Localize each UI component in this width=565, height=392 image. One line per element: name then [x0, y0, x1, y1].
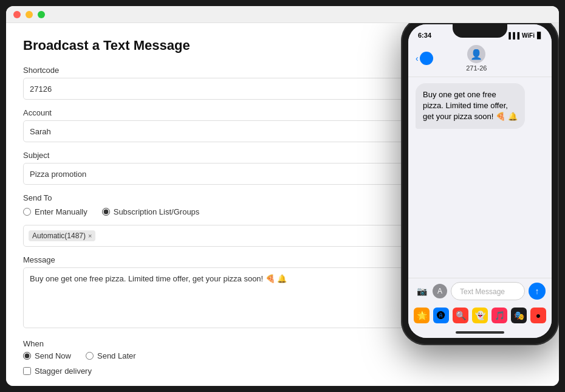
battery-icon: ▊	[537, 32, 542, 39]
camera-button[interactable]: 📷	[414, 284, 429, 298]
back-chevron: ‹	[416, 53, 419, 63]
back-avatar-indicator	[420, 52, 433, 65]
app-icon-3[interactable]: 🔍	[453, 308, 468, 323]
phone-header: ‹ 👤 271-26	[408, 41, 552, 77]
app-icon-2[interactable]: 🅐	[433, 308, 449, 323]
app-store-button[interactable]: A	[433, 284, 447, 298]
radio-send-later[interactable]	[86, 352, 94, 360]
status-icons: ▐▐▐ WiFi ▊	[507, 32, 542, 39]
wifi-icon: WiFi	[522, 32, 535, 39]
radio-send-now[interactable]	[23, 352, 31, 360]
stagger-checkbox[interactable]	[23, 367, 31, 375]
tag-automatic: Automatic(1487) ×	[29, 230, 95, 241]
message-text: Buy one get one free pizza. Limited time…	[423, 90, 518, 121]
contact-avatar: 👤	[467, 45, 485, 63]
avatar-icon: 👤	[470, 49, 482, 60]
tag-remove-button[interactable]: ×	[88, 232, 92, 239]
app-icon-5[interactable]: 🎵	[491, 308, 507, 323]
stagger-label: Stagger delivery	[35, 366, 92, 376]
contact-name: 271-26	[466, 64, 487, 72]
phone-notch	[453, 24, 507, 38]
app-store-icon: A	[437, 287, 442, 295]
camera-icon: 📷	[417, 286, 427, 296]
phone-mockup-container: 6:34 ▐▐▐ WiFi ▊ ‹	[401, 23, 559, 370]
radio-manual-item[interactable]: Enter Manually	[23, 207, 87, 216]
phone-time: 6:34	[418, 32, 431, 39]
message-input-field[interactable]: Text Message	[451, 282, 525, 300]
message-placeholder: Text Message	[457, 287, 505, 296]
send-later-item[interactable]: Send Later	[86, 351, 136, 360]
phone-app-icons-row: 🌟 🅐 🔍 👻 🎵 🎭 ●	[408, 304, 552, 327]
app-window: Broadcast a Text Message Shortcode Accou…	[6, 6, 559, 386]
radio-subscription-label: Subscription List/Groups	[114, 207, 200, 216]
close-button[interactable]	[13, 11, 21, 18]
message-bubble: Buy one get one free pizza. Limited time…	[416, 83, 525, 129]
send-icon: ↑	[535, 286, 539, 296]
phone-home-indicator	[408, 327, 552, 338]
maximize-button[interactable]	[38, 11, 45, 18]
phone-input-area: 📷 A Text Message ↑	[408, 278, 552, 304]
send-button[interactable]: ↑	[529, 283, 546, 300]
radio-subscription[interactable]	[102, 208, 110, 216]
app-icon-4[interactable]: 👻	[472, 308, 488, 323]
phone-messages: Buy one get one free pizza. Limited time…	[408, 77, 552, 278]
app-icon-6[interactable]: 🎭	[511, 308, 527, 323]
content-area: Broadcast a Text Message Shortcode Accou…	[6, 23, 559, 386]
titlebar	[6, 6, 559, 23]
send-later-label: Send Later	[97, 351, 136, 360]
app-icon-7[interactable]: ●	[530, 308, 546, 323]
contact-info: 👤 271-26	[466, 45, 487, 72]
radio-manual[interactable]	[23, 208, 31, 216]
radio-subscription-item[interactable]: Subscription List/Groups	[102, 207, 200, 216]
phone-screen: 6:34 ▐▐▐ WiFi ▊ ‹	[408, 24, 552, 338]
tag-label: Automatic(1487)	[32, 232, 86, 240]
minimize-button[interactable]	[26, 11, 33, 18]
app-icon-1[interactable]: 🌟	[414, 308, 430, 323]
phone-frame: 6:34 ▐▐▐ WiFi ▊ ‹	[401, 23, 559, 345]
signal-icon: ▐▐▐	[507, 32, 519, 39]
radio-manual-label: Enter Manually	[35, 207, 87, 216]
back-button[interactable]: ‹	[416, 52, 433, 65]
home-bar	[456, 331, 504, 334]
send-now-label: Send Now	[35, 351, 71, 360]
send-now-item[interactable]: Send Now	[23, 351, 71, 360]
